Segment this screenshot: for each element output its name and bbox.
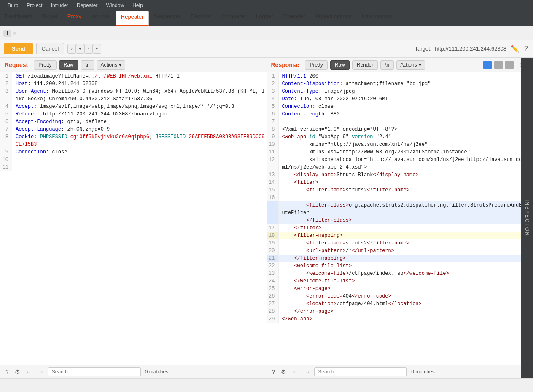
tab-comparer[interactable]: Comparer: [216, 11, 251, 26]
resp-line-17: 17 </filter>: [267, 224, 533, 232]
resp-line-10: 10 xmlns="http://java.sun.com/xml/ns/j2e…: [267, 141, 533, 148]
response-raw-btn[interactable]: Raw: [330, 60, 350, 70]
edit-target-button[interactable]: ✏️: [510, 44, 520, 54]
resp-line-27: 27 <location>/ctfpage/404.html</location…: [267, 300, 533, 308]
req-line-2: 2 Host: 111.200.241.244:62308: [0, 80, 266, 88]
menu-intruder[interactable]: Intruder: [47, 1, 73, 10]
view-buttons: [483, 61, 514, 69]
request-title: Request: [5, 62, 28, 68]
resp-line-9: 9 <web-app id="WebApp_9" version="2.4": [267, 133, 533, 141]
response-search-input[interactable]: [314, 367, 407, 376]
resp-line-13: 13 <display-name>Struts Blank</display-n…: [267, 171, 533, 179]
resp-line-16: 16: [267, 194, 533, 201]
request-search-input[interactable]: [48, 367, 141, 376]
req-forward-btn[interactable]: →: [36, 368, 46, 376]
response-actions-btn[interactable]: Actions ▾: [396, 60, 425, 70]
tab-extender[interactable]: Extender: [278, 11, 310, 26]
menu-project[interactable]: Project: [22, 1, 46, 10]
req-settings-btn[interactable]: ⚙: [13, 368, 22, 376]
resp-line-28: 28 </error-page>: [267, 308, 533, 315]
menu-help[interactable]: Help: [128, 1, 147, 10]
resp-line-8: 8 <?xml version="1.0" encoding="UTF-8"?>: [267, 126, 533, 133]
response-pane: Response Pretty Raw Render \n Actions ▾ …: [267, 57, 533, 379]
send-button[interactable]: Send: [4, 43, 33, 54]
req-line-3: 3 User-Agent: Mozilla/5.0 (Windows NT 10…: [0, 88, 266, 103]
req-help-btn[interactable]: ?: [4, 368, 11, 376]
req-line-4: 4 Accept: image/avif,image/webp,image/ap…: [0, 103, 266, 110]
request-code[interactable]: 1 GET /loadimage?fileName=../../WEB-INF/…: [0, 72, 266, 365]
request-matches: 0 matches: [145, 369, 168, 375]
tab-proxy[interactable]: Proxy: [62, 11, 86, 26]
resp-line-4: 4 Date: Tue, 08 Mar 2022 07:16:20 GMT: [267, 95, 533, 103]
req-line-9: 9 Connection: close: [0, 148, 266, 156]
actions-row: Send Cancel ‹ ▾ › ▾ Target: http://111.2…: [0, 40, 533, 57]
resp-forward-btn[interactable]: →: [302, 368, 312, 376]
resp-line-22: 22 <welcome-file-list>: [267, 262, 533, 270]
request-actions-btn[interactable]: Actions ▾: [97, 60, 125, 70]
main-split: Request Pretty Raw \n Actions ▾ 1 GET /l…: [0, 57, 533, 379]
req-back-btn[interactable]: ←: [24, 368, 34, 376]
request-pretty-btn[interactable]: Pretty: [34, 60, 56, 70]
resp-line-2: 2 Content-Disposition: attachment;filena…: [267, 80, 533, 88]
request-pane: Request Pretty Raw \n Actions ▾ 1 GET /l…: [0, 57, 267, 379]
response-pretty-btn[interactable]: Pretty: [305, 60, 327, 70]
request-bottom-bar: ? ⚙ ← → 0 matches: [0, 365, 266, 378]
resp-line-7: 7: [267, 118, 533, 126]
request-n-btn[interactable]: \n: [81, 60, 94, 70]
view-horizontal-btn[interactable]: [494, 61, 503, 69]
nav-prev-button[interactable]: ‹: [67, 44, 76, 54]
help-button[interactable]: ?: [523, 44, 529, 54]
resp-line-19: 19 <filter-name>struts2</filter-name>: [267, 239, 533, 247]
resp-settings-btn[interactable]: ⚙: [279, 368, 288, 376]
resp-line-16a: <filter-class>org.apache.struts2.dispatc…: [267, 201, 533, 217]
request-raw-btn[interactable]: Raw: [59, 60, 78, 70]
view-split-btn[interactable]: [483, 61, 492, 69]
resp-line-3: 3 Content-Type: image/jpeg: [267, 88, 533, 95]
resp-back-btn[interactable]: ←: [291, 368, 300, 376]
tab-sequencer[interactable]: Sequencer: [149, 11, 186, 26]
tab-decoder[interactable]: Decoder: [186, 11, 216, 26]
req-line-8: 8 Cookie: PHPSESSID=cg10ff5k5vjivku2e6s0…: [0, 133, 266, 148]
menu-repeater[interactable]: Repeater: [73, 1, 102, 10]
menu-burp[interactable]: Burp: [3, 1, 22, 10]
resp-line-25: 25 <error-page>: [267, 285, 533, 293]
nav-next-button[interactable]: ›: [84, 44, 93, 54]
request-header: Request Pretty Raw \n Actions ▾: [0, 58, 266, 72]
tab-project-options[interactable]: Project options: [310, 11, 357, 26]
nav-next-dropdown[interactable]: ▾: [93, 44, 101, 54]
resp-line-18: 18 <filter-mapping>: [267, 232, 533, 239]
menu-window[interactable]: Window: [102, 1, 128, 10]
resp-line-1: 1 HTTP/1.1 200: [267, 72, 533, 80]
req-line-1: 1 GET /loadimage?fileName=../../WEB-INF/…: [0, 72, 266, 80]
tab-repeater[interactable]: Repeater: [116, 11, 149, 26]
tab-user-options[interactable]: User options: [357, 11, 398, 26]
cancel-button[interactable]: Cancel: [36, 43, 64, 54]
resp-line-21: 21 </filter-mapping>|: [267, 255, 533, 262]
repeater-tab-ellipsis[interactable]: ...: [18, 30, 30, 37]
resp-line-11: 11 xmlns:xsi="http://www.w3.org/2001/XML…: [267, 148, 533, 156]
req-line-10: 10: [0, 156, 266, 164]
tab-target[interactable]: Target: [37, 11, 62, 26]
resp-line-6: 6 Content-Length: 880: [267, 110, 533, 118]
inspector-panel[interactable]: INSPECTOR: [521, 58, 533, 378]
resp-line-23: 23 <welcome-file>/ctfpage/index.jsp</wel…: [267, 270, 533, 277]
inspector-label: INSPECTOR: [524, 199, 530, 236]
tab-logger[interactable]: Logger: [251, 11, 278, 26]
tab-dashboard[interactable]: Dashboard: [0, 11, 37, 26]
resp-line-15: 15 <filter-name>struts2</filter-name>: [267, 186, 533, 194]
repeater-tab-1[interactable]: 1: [3, 30, 11, 37]
resp-line-26: 26 <error-code>404</error-code>: [267, 293, 533, 300]
tab-intruder[interactable]: Intruder: [86, 11, 116, 26]
resp-line-29: 29 </web-app>: [267, 315, 533, 323]
menu-bar: Burp Project Intruder Repeater Window He…: [0, 0, 533, 11]
nav-prev-dropdown[interactable]: ▾: [76, 44, 84, 54]
view-single-btn[interactable]: [505, 61, 514, 69]
response-n-btn[interactable]: \n: [380, 60, 394, 70]
target-info: Target: http://111.200.241.244:62308 ✏️ …: [415, 44, 529, 54]
response-render-btn[interactable]: Render: [352, 60, 378, 70]
response-code[interactable]: 1 HTTP/1.1 200 2 Content-Disposition: at…: [267, 72, 533, 365]
resp-help-btn[interactable]: ?: [270, 368, 277, 376]
target-label: Target:: [415, 46, 431, 52]
tool-tab-bar: Dashboard Target Proxy Intruder Repeater…: [0, 11, 533, 26]
target-url: http://111.200.241.244:62308: [435, 46, 506, 52]
